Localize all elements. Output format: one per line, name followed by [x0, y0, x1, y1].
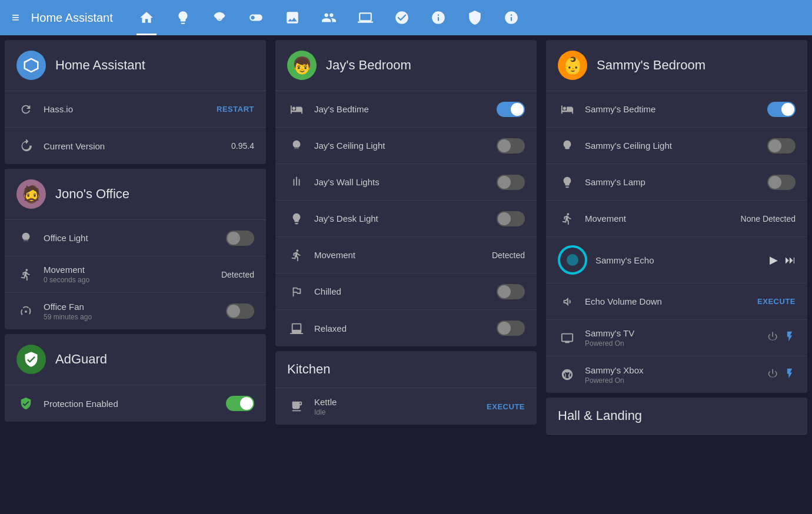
- office-movement-row: Movement 0 seconds ago Detected: [5, 256, 266, 293]
- echo-volume-execute-button[interactable]: EXECUTE: [757, 297, 796, 306]
- jays-wall-lights-row: Jay's Wall Lights: [275, 164, 537, 201]
- current-version-label: Current Version: [44, 141, 223, 151]
- jays-wall-lights-label: Jay's Wall Lights: [314, 177, 488, 187]
- menu-icon[interactable]: ≡: [12, 10, 19, 25]
- sammys-movement-row: Movement None Detected: [546, 201, 807, 237]
- xbox-label-container: Sammy's Xbox Powered On: [585, 365, 759, 385]
- protection-toggle[interactable]: [226, 396, 254, 411]
- sammys-tv-row: Sammy's TV Powered On: [546, 320, 807, 356]
- tv-label-container: Sammy's TV Powered On: [585, 328, 759, 348]
- hall-landing-title: Hall & Landing: [558, 408, 642, 423]
- movement-label-container: Movement 0 seconds ago: [44, 265, 213, 284]
- nav-tab-switch[interactable]: [246, 0, 266, 35]
- nav-tab-group[interactable]: [392, 0, 412, 35]
- xbox-power-off-button[interactable]: [767, 368, 779, 382]
- relaxed-toggle[interactable]: [497, 321, 525, 336]
- kettle-icon: [287, 400, 306, 413]
- tv-icon: [558, 332, 577, 345]
- sammys-movement-label: Movement: [585, 213, 733, 223]
- office-light-toggle[interactable]: [226, 231, 254, 246]
- protection-icon: [16, 397, 35, 410]
- nav-tab-info[interactable]: [428, 0, 448, 35]
- adguard-title: AdGuard: [55, 352, 107, 367]
- skip-button[interactable]: ⏭: [785, 254, 796, 266]
- kitchen-card: Kitchen Kettle Idle EXECUTE: [275, 351, 537, 425]
- sammys-movement-status: None Detected: [741, 214, 796, 223]
- chilled-toggle[interactable]: [497, 284, 525, 299]
- jays-ceiling-light-label: Jay's Ceiling Light: [314, 141, 488, 151]
- kettle-execute-button[interactable]: EXECUTE: [487, 402, 525, 411]
- version-icon: [16, 139, 35, 152]
- adguard-icon: [16, 345, 46, 374]
- sammys-bedtime-row: Sammy's Bedtime: [546, 91, 807, 128]
- adguard-card: AdGuard Protection Enabled: [5, 334, 266, 422]
- sammys-bedroom-header: 👶 Sammy's Bedroom: [546, 40, 807, 91]
- jays-ceiling-light-row: Jay's Ceiling Light: [275, 128, 537, 164]
- sammys-echo-label: Sammy's Echo: [595, 255, 761, 265]
- movement-icon: [16, 268, 35, 281]
- home-assistant-header: Home Assistant: [5, 40, 266, 91]
- relaxed-icon: [287, 322, 306, 335]
- xbox-flash-button[interactable]: [784, 368, 796, 382]
- tv-power-off-button[interactable]: [767, 331, 779, 345]
- jays-movement-label: Movement: [314, 250, 484, 260]
- nav-tab-info2[interactable]: [501, 0, 521, 35]
- jays-ceiling-light-toggle[interactable]: [497, 138, 525, 153]
- column-3: 👶 Sammy's Bedroom Sammy's Bedtime Sammy'…: [541, 35, 812, 439]
- jays-bedroom-header: 👦 Jay's Bedroom: [275, 40, 537, 91]
- nav-tab-image[interactable]: [282, 0, 302, 35]
- sammys-lamp-toggle[interactable]: [767, 175, 796, 190]
- jonos-office-title: Jono's Office: [55, 186, 129, 202]
- bedtime-icon: [287, 103, 306, 116]
- tv-power-controls: [767, 331, 796, 345]
- jays-movement-status: Detected: [492, 251, 525, 260]
- sammys-tv-label: Sammy's TV: [585, 328, 759, 338]
- sammys-lamp-label: Sammy's Lamp: [585, 177, 759, 187]
- kettle-label: Kettle: [314, 397, 478, 407]
- nav-tab-home[interactable]: [137, 0, 157, 35]
- sammys-lamp-row: Sammy's Lamp: [546, 164, 807, 201]
- nav-tab-shield[interactable]: [465, 0, 485, 35]
- sammys-tv-sublabel: Powered On: [585, 339, 759, 348]
- relaxed-label: Relaxed: [314, 323, 488, 333]
- sammys-bedroom-card: 👶 Sammy's Bedroom Sammy's Bedtime Sammy'…: [546, 40, 807, 393]
- sammys-lamp-icon: [558, 176, 577, 189]
- echo-volume-label: Echo Volume Down: [585, 296, 749, 306]
- app-title: Home Assistant: [31, 11, 113, 25]
- office-fan-toggle[interactable]: [226, 303, 254, 319]
- chilled-label: Chilled: [314, 286, 488, 296]
- restart-button[interactable]: RESTART: [217, 105, 254, 114]
- sammys-ceiling-light-row: Sammy's Ceiling Light: [546, 128, 807, 164]
- jays-bedroom-card: 👦 Jay's Bedroom Jay's Bedtime Jay's Ceil…: [275, 40, 537, 346]
- sammys-bedtime-label: Sammy's Bedtime: [585, 104, 759, 114]
- app-header: ≡ Home Assistant: [0, 0, 812, 35]
- hall-landing-card: Hall & Landing: [546, 398, 807, 435]
- current-version-row: Current Version 0.95.4: [5, 128, 266, 164]
- sammys-echo-row: Sammy's Echo ▶ ⏭: [546, 237, 807, 283]
- desk-light-icon: [287, 212, 306, 225]
- movement-status: Detected: [221, 270, 254, 279]
- sammys-ceiling-light-toggle[interactable]: [767, 138, 796, 153]
- jays-desk-light-row: Jay's Desk Light: [275, 201, 537, 237]
- sammys-xbox-row: Sammy's Xbox Powered On: [546, 356, 807, 393]
- sammys-ceiling-light-label: Sammy's Ceiling Light: [585, 141, 759, 151]
- office-light-icon: [16, 232, 35, 245]
- nav-tab-people[interactable]: [319, 0, 339, 35]
- jays-bedtime-toggle[interactable]: [497, 102, 525, 117]
- sammys-ceiling-light-icon: [558, 139, 577, 152]
- volume-icon: [558, 295, 577, 308]
- nav-tabs: [137, 0, 521, 35]
- relaxed-row: Relaxed: [275, 310, 537, 346]
- hassio-label: Hass.io: [44, 104, 208, 114]
- nav-tab-monitor[interactable]: [355, 0, 375, 35]
- jays-wall-lights-toggle[interactable]: [497, 175, 525, 190]
- nav-tab-camera[interactable]: [209, 0, 229, 35]
- kitchen-header: Kitchen: [275, 351, 537, 388]
- play-button[interactable]: ▶: [770, 253, 778, 266]
- sammys-bedtime-toggle[interactable]: [767, 102, 796, 117]
- jono-avatar: 🧔: [16, 179, 46, 209]
- jays-desk-light-toggle[interactable]: [497, 211, 525, 226]
- jonos-office-header: 🧔 Jono's Office: [5, 169, 266, 220]
- nav-tab-lights[interactable]: [173, 0, 193, 35]
- tv-flash-button[interactable]: [784, 331, 796, 345]
